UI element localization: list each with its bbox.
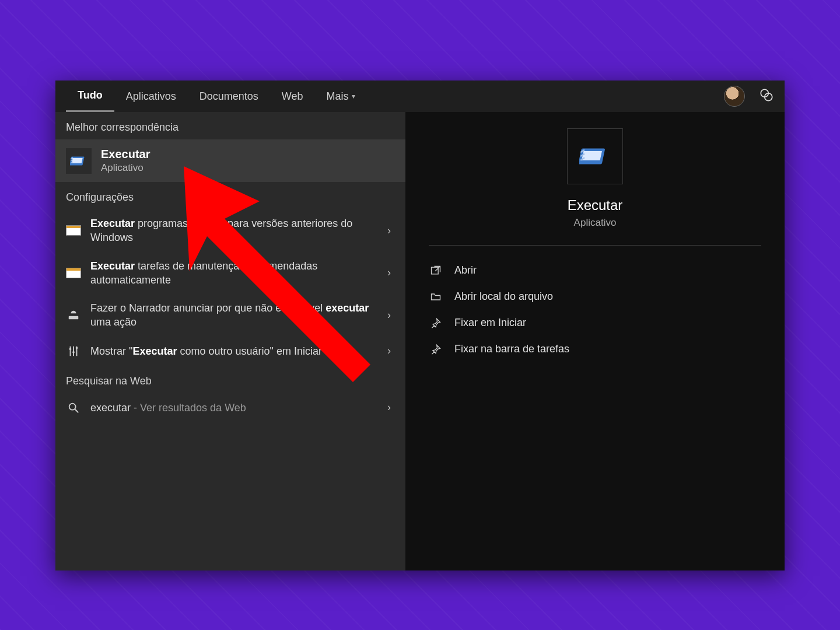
runas-icon [66, 344, 81, 359]
svg-rect-9 [582, 151, 602, 160]
svg-rect-1 [71, 158, 82, 163]
preview-title: Executar [568, 197, 623, 214]
svg-point-5 [76, 346, 78, 349]
feedback-icon[interactable] [759, 88, 774, 106]
narrator-icon [66, 307, 81, 323]
svg-point-6 [69, 403, 76, 410]
chevron-right-icon: › [383, 345, 395, 357]
settings-result-1[interactable]: Executar programas criados para versões … [55, 209, 405, 252]
best-match-result[interactable]: Executar Aplicativo [55, 139, 405, 182]
svg-rect-10 [432, 267, 439, 274]
pin-icon [429, 344, 443, 355]
action-pin-taskbar[interactable]: Fixar na barra de tarefas [429, 336, 761, 362]
best-match-header: Melhor correspondência [55, 112, 405, 139]
settings-result-3[interactable]: Fazer o Narrador anunciar por que não é … [55, 294, 405, 337]
chevron-right-icon: › [383, 267, 395, 279]
chevron-right-icon: › [383, 401, 395, 414]
tab-aplicativos[interactable]: Aplicativos [114, 80, 188, 112]
preview-app-icon [567, 128, 623, 184]
chevron-right-icon: › [383, 225, 395, 237]
best-match-subtitle: Aplicativo [101, 162, 150, 174]
tab-mais[interactable]: Mais▾ [314, 80, 367, 112]
svg-point-3 [69, 348, 72, 350]
svg-rect-2 [69, 316, 79, 320]
search-icon [66, 400, 81, 415]
settings-header: Configurações [55, 182, 405, 209]
run-icon [66, 148, 92, 174]
web-header: Pesquisar na Web [55, 366, 405, 393]
web-result[interactable]: executar - Ver resultados da Web › [55, 393, 405, 422]
preview-subtitle: Aplicativo [574, 217, 617, 229]
action-pin-start[interactable]: Fixar em Iniciar [429, 310, 761, 336]
chevron-right-icon: › [383, 309, 395, 321]
compat-icon [66, 225, 81, 236]
svg-point-4 [72, 351, 75, 354]
action-open[interactable]: Abrir [429, 257, 761, 284]
tab-tudo[interactable]: Tudo [66, 80, 114, 112]
results-panel: Melhor correspondência Executar Aplicati… [55, 112, 405, 570]
divider [429, 245, 761, 246]
chevron-down-icon: ▾ [352, 92, 355, 100]
tab-web[interactable]: Web [270, 80, 315, 112]
settings-result-4[interactable]: Mostrar "Executar como outro usuário" em… [55, 337, 405, 366]
best-match-title: Executar [101, 148, 150, 161]
action-open-location[interactable]: Abrir local do arquivo [429, 284, 761, 310]
folder-icon [429, 291, 443, 303]
search-window: Tudo Aplicativos Documentos Web Mais▾ Me… [55, 80, 785, 570]
maintenance-icon [66, 268, 81, 278]
user-avatar[interactable] [724, 86, 745, 107]
filter-tabs: Tudo Aplicativos Documentos Web Mais▾ [55, 80, 785, 112]
preview-panel: Executar Aplicativo Abrir Abrir local do… [405, 112, 785, 570]
svg-line-7 [75, 410, 79, 413]
pin-icon [429, 317, 443, 329]
open-icon [429, 265, 443, 276]
tab-documentos[interactable]: Documentos [188, 80, 270, 112]
settings-result-2[interactable]: Executar tarefas de manutenção recomenda… [55, 252, 405, 295]
